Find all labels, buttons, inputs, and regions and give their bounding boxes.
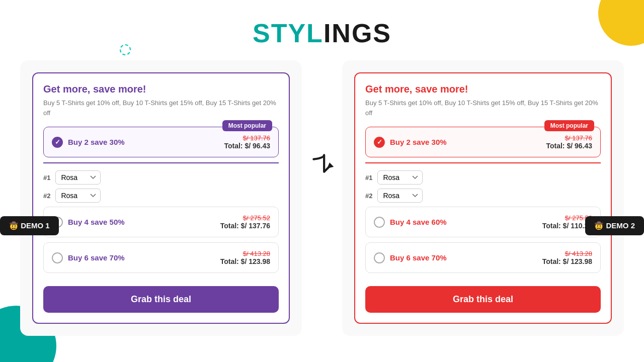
card2-cta-button[interactable]: Grab this deal [365,286,601,313]
card2-subtitle: Buy 5 T-Shirts get 10% off, Buy 10 T-Shi… [365,98,601,118]
card2-select-row-1: #1 RosaBlueBlackWhite [365,170,601,185]
card2-select-row-2: #2 RosaBlueBlackWhite [365,189,601,203]
card2-badge: Most popular [544,120,594,131]
card1-subtitle: Buy 5 T-Shirts get 10% off, Buy 10 T-Shi… [43,98,279,118]
deco-dot-teal [120,44,131,55]
card2-outer: Get more, save more! Buy 5 T-Shirts get … [342,60,624,336]
card1-option-3[interactable]: Buy 6 save 70% $/ 413.28 Total: $/ 123.9… [43,242,279,273]
card2-divider [365,162,601,163]
card1-select-1[interactable]: RosaBlueBlackWhite [55,170,101,185]
card1-option-2[interactable]: Buy 4 save 50% $/ 275.52 Total: $/ 137.7… [43,207,279,237]
card1-radio-3[interactable] [52,252,63,263]
card2-radio-3[interactable] [374,252,385,263]
card1: Get more, save more! Buy 5 T-Shirts get … [32,72,290,324]
card1-option-1[interactable]: Most popular ✓ Buy 2 save 30% $/ 137.76 … [43,127,279,157]
card2-option-3[interactable]: Buy 6 save 70% $/ 413.28 Total: $/ 123.9… [365,242,601,273]
title-lings: INGS [324,19,391,48]
card2-option1-label: Buy 2 save 30% [390,138,447,146]
arrow-icon [309,151,335,176]
card2-radio-2[interactable] [374,217,385,228]
card1-select-2[interactable]: RosaBlueBlackWhite [55,189,101,203]
site-title: STYLINGS [0,18,644,48]
card2-option-2[interactable]: Buy 4 save 60% $/ 275.52 Total: $/ 110.2… [365,207,601,237]
card1-divider [43,162,279,163]
title-sty: STYL [253,19,324,48]
header: STYLINGS [0,0,644,60]
card2-title: Get more, save more! [365,83,601,95]
main-container: 🤠 DEMO 1 Get more, save more! Buy 5 T-Sh… [0,60,644,336]
card2-option-1[interactable]: Most popular ✓ Buy 2 save 30% $/ 137.76 … [365,127,601,157]
card2: Get more, save more! Buy 5 T-Shirts get … [354,72,612,324]
card1-badge: Most popular [222,120,272,131]
card1-option1-original: $/ 137.76 [224,134,270,142]
demo1-button[interactable]: 🤠 DEMO 1 [0,216,59,235]
card1-option1-label: Buy 2 save 30% [68,138,125,146]
svg-marker-0 [327,162,334,168]
demo2-button[interactable]: 🤠 DEMO 2 [585,216,644,235]
card1-title: Get more, save more! [43,83,279,95]
card1-outer: Get more, save more! Buy 5 T-Shirts get … [20,60,302,336]
card1-radio-1[interactable]: ✓ [52,137,63,148]
card2-radio-1[interactable]: ✓ [374,137,385,148]
card1-option1-total: Total: $/ 96.43 [224,142,270,150]
card1-select-row-2: #2 RosaBlueBlackWhite [43,189,279,203]
card1-cta-button[interactable]: Grab this deal [43,286,279,313]
card1-select-row-1: #1 RosaBlueBlackWhite [43,170,279,185]
card2-select-2[interactable]: RosaBlueBlackWhite [377,189,423,203]
arrow-container [302,151,342,176]
card2-select-1[interactable]: RosaBlueBlackWhite [377,170,423,185]
